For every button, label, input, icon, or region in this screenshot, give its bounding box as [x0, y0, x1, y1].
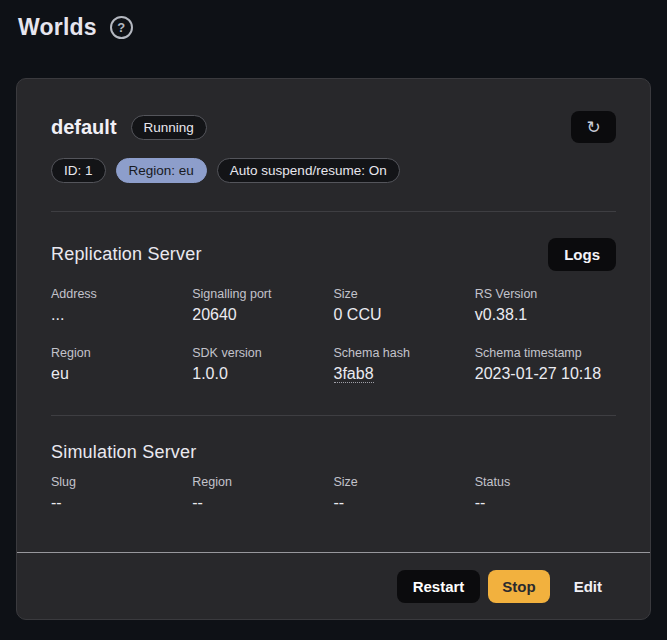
- divider: [51, 415, 616, 416]
- divider: [51, 211, 616, 212]
- field-label: Signalling port: [192, 287, 333, 301]
- simulation-fields: Slug -- Region -- Size -- Status --: [51, 475, 616, 512]
- field-value: 1.0.0: [192, 365, 333, 383]
- field-label: Address: [51, 287, 192, 301]
- field-label: Slug: [51, 475, 192, 489]
- world-name: default: [51, 116, 117, 139]
- field-label: Status: [475, 475, 616, 489]
- status-badge: Running: [131, 115, 207, 140]
- field-address: Address ...: [51, 287, 192, 324]
- field-label: RS Version: [475, 287, 616, 301]
- stop-button[interactable]: Stop: [488, 570, 549, 603]
- field-value: 3fab8: [334, 365, 475, 383]
- world-card-footer: Restart Stop Edit: [17, 552, 650, 619]
- field-value: --: [51, 494, 192, 512]
- field-slug: Slug --: [51, 475, 192, 512]
- refresh-icon: ↻: [586, 119, 600, 136]
- field-value: --: [192, 494, 333, 512]
- field-rs-version: RS Version v0.38.1: [475, 287, 616, 324]
- page-header: Worlds ?: [0, 0, 667, 44]
- help-icon[interactable]: ?: [110, 16, 133, 39]
- field-region: Region eu: [51, 346, 192, 383]
- replication-section-header: Replication Server Logs: [51, 238, 616, 271]
- field-label: Size: [334, 475, 475, 489]
- field-schema-timestamp: Schema timestamp 2023-01-27 10:18: [475, 346, 616, 383]
- world-card-body: default Running ↻ ID: 1 Region: eu Auto …: [17, 79, 650, 552]
- field-sdk-version: SDK version 1.0.0: [192, 346, 333, 383]
- field-size: Size 0 CCU: [334, 287, 475, 324]
- page-title: Worlds: [18, 14, 97, 41]
- field-value: 0 CCU: [334, 306, 475, 324]
- field-value: --: [475, 494, 616, 512]
- world-card: default Running ↻ ID: 1 Region: eu Auto …: [16, 78, 651, 620]
- field-label: Schema timestamp: [475, 346, 616, 360]
- field-value: v0.38.1: [475, 306, 616, 324]
- field-label: Region: [51, 346, 192, 360]
- field-value: ...: [51, 306, 192, 324]
- field-label: Size: [334, 287, 475, 301]
- field-label: Region: [192, 475, 333, 489]
- refresh-button[interactable]: ↻: [571, 111, 616, 143]
- logs-button[interactable]: Logs: [548, 238, 616, 271]
- field-sim-status: Status --: [475, 475, 616, 512]
- field-sim-region: Region --: [192, 475, 333, 512]
- replication-fields: Address ... Signalling port 20640 Size 0…: [51, 287, 616, 383]
- replication-section-title: Replication Server: [51, 244, 202, 265]
- field-value: --: [334, 494, 475, 512]
- auto-suspend-pill: Auto suspend/resume: On: [217, 158, 400, 183]
- field-schema-hash: Schema hash 3fab8: [334, 346, 475, 383]
- world-region-pill: Region: eu: [116, 158, 207, 183]
- field-sim-size: Size --: [334, 475, 475, 512]
- restart-button[interactable]: Restart: [397, 570, 481, 603]
- field-label: Schema hash: [334, 346, 475, 360]
- world-name-row: default Running ↻: [51, 111, 616, 143]
- simulation-section-title: Simulation Server: [51, 442, 196, 463]
- world-id-pill: ID: 1: [51, 158, 106, 183]
- field-value: eu: [51, 365, 192, 383]
- edit-button[interactable]: Edit: [560, 570, 616, 603]
- field-label: SDK version: [192, 346, 333, 360]
- world-meta-pills: ID: 1 Region: eu Auto suspend/resume: On: [51, 158, 616, 183]
- schema-hash-value[interactable]: 3fab8: [334, 365, 374, 383]
- simulation-section-header: Simulation Server: [51, 442, 616, 463]
- field-value: 20640: [192, 306, 333, 324]
- field-signalling-port: Signalling port 20640: [192, 287, 333, 324]
- field-value: 2023-01-27 10:18: [475, 365, 616, 383]
